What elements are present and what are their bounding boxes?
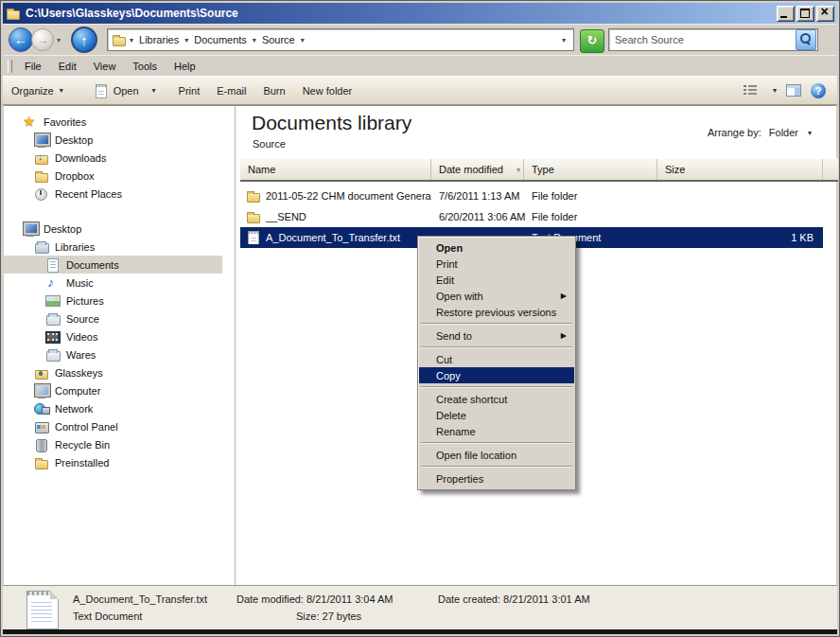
context-menu-item-create-shortcut[interactable]: Create shortcut — [419, 391, 574, 407]
sidebar-item-recycle-bin[interactable]: Recycle Bin — [4, 435, 222, 453]
sidebar-item-dropbox[interactable]: Dropbox — [4, 167, 222, 185]
email-button[interactable]: E-mail — [208, 81, 254, 100]
burn-button[interactable]: Burn — [254, 81, 293, 100]
arrange-by-control[interactable]: Arrange by: Folder ▾ — [708, 127, 812, 138]
menu-item-label: Open — [436, 242, 463, 254]
context-menu-item-restore-previous-versions[interactable]: Restore previous versions — [419, 304, 574, 320]
sidebar-item-label: Desktop — [55, 134, 93, 146]
folder-icon — [246, 189, 261, 203]
menu-help[interactable]: Help — [166, 58, 204, 75]
breadcrumb-item-documents[interactable]: Documents▾ — [191, 34, 259, 45]
context-menu-item-properties[interactable]: Properties — [419, 470, 574, 487]
sidebar-item-videos[interactable]: Videos — [4, 327, 222, 345]
context-menu-item-cut[interactable]: Cut — [419, 351, 574, 367]
sidebar-item-music[interactable]: Music — [4, 274, 222, 292]
details-filetype: Text Document — [73, 610, 142, 622]
search-input[interactable] — [609, 33, 796, 46]
column-header-type[interactable]: Type — [524, 159, 657, 180]
chevron-down-icon[interactable]: ▾ — [184, 36, 188, 44]
chevron-down-icon[interactable]: ▾ — [301, 36, 305, 44]
submenu-arrow-icon: ▶ — [561, 331, 567, 340]
context-menu-item-copy[interactable]: Copy — [419, 367, 574, 383]
column-header-size[interactable]: Size — [657, 159, 823, 180]
menu-file[interactable]: File — [16, 58, 50, 75]
sidebar-item-computer[interactable]: Computer — [4, 381, 222, 399]
context-menu-item-edit[interactable]: Edit — [419, 272, 574, 288]
organize-button[interactable]: Organize ▾ — [3, 81, 72, 100]
close-button[interactable] — [816, 6, 834, 22]
location-dropdown-icon[interactable]: ▾ — [130, 36, 133, 44]
print-button[interactable]: Print — [170, 81, 209, 100]
file-name-cell: __SEND — [240, 210, 431, 223]
preview-pane-icon[interactable] — [786, 84, 801, 97]
back-button[interactable]: ← — [9, 27, 33, 52]
sidebar-item-downloads[interactable]: Downloads — [4, 149, 222, 167]
menu-item-label: Open file location — [436, 450, 516, 461]
column-header-date-modified[interactable]: Date modified▾ — [431, 159, 524, 180]
context-menu-item-rename[interactable]: Rename — [419, 423, 574, 439]
sidebar-item-pictures[interactable]: Pictures — [4, 292, 222, 310]
pane-divider[interactable] — [235, 106, 236, 585]
context-menu-item-open-file-location[interactable]: Open file location — [419, 447, 574, 463]
address-bar[interactable]: ▾ Libraries▾Documents▾Source▾ ▾ — [107, 28, 574, 51]
search-icon[interactable] — [796, 29, 816, 50]
file-name: __SEND — [266, 211, 306, 222]
views-dropdown-icon[interactable]: ▾ — [773, 86, 777, 95]
up-button[interactable]: ↑ — [71, 27, 97, 53]
address-history-dropdown-icon[interactable]: ▾ — [558, 36, 569, 44]
folder-icon — [34, 456, 49, 469]
sidebar-item-desktop[interactable]: Desktop — [4, 220, 222, 238]
chevron-down-icon[interactable]: ▾ — [253, 36, 256, 44]
menu-item-label: Create shortcut — [436, 394, 507, 405]
new-folder-button[interactable]: New folder — [294, 81, 361, 100]
context-menu-item-send-to[interactable]: Send to▶ — [419, 327, 574, 344]
menu-separator — [421, 386, 572, 388]
open-button[interactable]: Open ▾ — [85, 80, 165, 101]
window-title: C:\Users\Glasskeys\Documents\Source — [26, 7, 775, 20]
library-title: Documents library — [252, 112, 411, 134]
context-menu-item-open[interactable]: Open — [419, 239, 574, 256]
search-box — [608, 28, 818, 51]
sidebar-item-label: Preinstalled — [55, 457, 109, 469]
chevron-down-icon: ▾ — [152, 86, 156, 95]
sidebar-item-wares[interactable]: Wares — [4, 345, 222, 363]
title-bar[interactable]: C:\Users\Glasskeys\Documents\Source — [3, 3, 837, 24]
column-header-name[interactable]: Name — [240, 159, 431, 180]
sidebar-item-recent-places[interactable]: Recent Places — [4, 185, 222, 203]
context-menu-item-print[interactable]: Print — [419, 256, 574, 272]
table-row-2011-05-22-chm-document-generation[interactable]: 2011-05-22 CHM document Generation7/6/20… — [240, 186, 823, 206]
sidebar-item-network[interactable]: Network — [4, 399, 222, 417]
context-menu-item-open-with[interactable]: Open with▶ — [419, 288, 574, 304]
context-menu-item-delete[interactable]: Delete — [419, 407, 574, 423]
sidebar-item-desktop[interactable]: Desktop — [4, 131, 222, 149]
breadcrumb-item-source[interactable]: Source▾ — [259, 34, 307, 45]
address-folder-icon — [112, 33, 127, 46]
refresh-button[interactable]: ↻ — [580, 29, 604, 53]
menu-item-label: Print — [436, 258, 458, 270]
menu-tools[interactable]: Tools — [124, 58, 166, 75]
sidebar-item-favorites[interactable]: Favorites — [4, 113, 222, 131]
type-cell: File folder — [524, 190, 657, 202]
submenu-arrow-icon: ▶ — [561, 292, 567, 300]
sidebar-item-documents[interactable]: Documents — [4, 256, 222, 274]
doc-icon — [45, 258, 61, 272]
breadcrumb-item-libraries[interactable]: Libraries▾ — [136, 34, 191, 45]
menu-view[interactable]: View — [85, 58, 125, 75]
command-bar: Organize ▾ Open ▾ Print E-mail Burn New … — [3, 76, 837, 105]
help-icon[interactable] — [811, 83, 826, 98]
menu-edit[interactable]: Edit — [50, 58, 85, 75]
table-row--send[interactable]: __SEND6/20/2011 3:06 AMFile folder — [240, 206, 823, 227]
sort-indicator-icon: ▾ — [516, 166, 520, 174]
change-view-icon[interactable] — [743, 84, 758, 97]
sidebar-item-preinstalled[interactable]: Preinstalled — [4, 453, 222, 471]
sidebar-item-glasskeys[interactable]: Glasskeys — [4, 363, 222, 381]
sidebar-item-source[interactable]: Source — [4, 310, 222, 327]
context-menu: OpenPrintEditOpen with▶Restore previous … — [417, 236, 576, 490]
sidebar-item-control-panel[interactable]: Control Panel — [4, 417, 222, 435]
sidebar-item-libraries[interactable]: Libraries — [4, 238, 222, 256]
minimize-button[interactable] — [777, 6, 795, 22]
sidebar-item-label: Recycle Bin — [55, 439, 110, 451]
history-dropdown-icon[interactable]: ▾ — [57, 36, 61, 44]
maximize-button[interactable] — [796, 6, 814, 22]
forward-button[interactable]: → — [31, 28, 54, 51]
